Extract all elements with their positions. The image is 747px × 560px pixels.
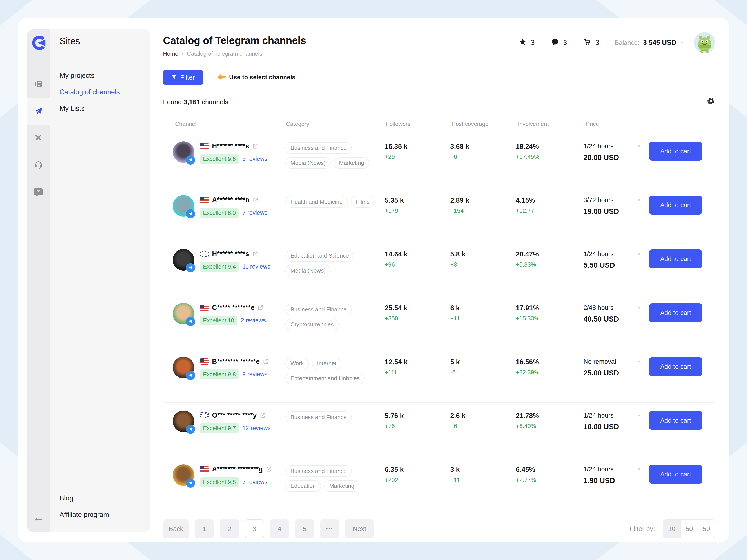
sidebar: ? ← Sites My projects Catalog of channel…: [27, 29, 151, 532]
price-term-select[interactable]: 1/24 hours: [584, 250, 614, 258]
followers-delta: +29: [385, 154, 450, 160]
external-link-icon[interactable]: [253, 251, 258, 257]
column-header-price[interactable]: Price: [586, 121, 652, 127]
table-settings-gear-icon[interactable]: [706, 97, 715, 107]
price-term-select[interactable]: 1/24 hours: [584, 412, 614, 419]
external-link-icon[interactable]: [253, 197, 258, 203]
balance-widget[interactable]: Balance: 3 545 USD ▼: [615, 39, 684, 47]
add-to-cart-button[interactable]: Add to cart: [649, 196, 702, 214]
sidebar-item-catalog-of-channels[interactable]: Catalog of channels: [59, 87, 151, 97]
followers-delta: +76: [385, 423, 450, 430]
add-to-cart-button[interactable]: Add to cart: [649, 142, 702, 161]
channel-avatar[interactable]: [173, 464, 194, 486]
channel-avatar[interactable]: [173, 357, 194, 378]
user-avatar[interactable]: [694, 32, 715, 53]
reviews-link[interactable]: 11 reviews: [242, 263, 270, 270]
app-logo-icon[interactable]: [30, 35, 46, 51]
messages-counter[interactable]: 3: [551, 38, 567, 47]
price-term-select[interactable]: 3/72 hours: [584, 197, 614, 204]
breadcrumb-home-link[interactable]: Home: [163, 50, 178, 57]
price-term-select[interactable]: 1/24 hours: [584, 466, 614, 473]
chevron-down-icon[interactable]: ▼: [637, 467, 641, 472]
rating-badge: Excellent 10: [200, 315, 237, 326]
reviews-link[interactable]: 12 reviews: [242, 425, 271, 432]
filter-hint: Use to select channels: [217, 74, 295, 81]
coverage-delta: +6: [450, 154, 516, 160]
rail-item-telegram[interactable]: [27, 98, 50, 125]
sidebar-item-blog[interactable]: Blog: [59, 493, 151, 503]
collapse-back-arrow-icon[interactable]: ←: [33, 512, 44, 523]
telegram-badge-icon: [186, 263, 195, 272]
external-link-icon[interactable]: [266, 466, 272, 472]
sidebar-item-my-lists[interactable]: My Lists: [59, 104, 151, 113]
app-card: ? ← Sites My projects Catalog of channel…: [18, 18, 729, 542]
external-link-icon[interactable]: [260, 413, 265, 418]
coverage-value: 3 k: [450, 466, 516, 474]
channel-name: A****** ****n: [212, 196, 250, 204]
followers-cell: 15.35 k +29: [385, 141, 450, 160]
pagination-back-button[interactable]: Back: [163, 519, 189, 538]
rating-badge: Excellent 9.8: [200, 477, 239, 487]
reviews-link[interactable]: 3 reviews: [242, 479, 267, 485]
add-to-cart-button[interactable]: Add to cart: [649, 303, 702, 322]
page-size-option-10-active[interactable]: 10: [663, 519, 680, 538]
column-header-channel[interactable]: Channel: [163, 121, 286, 127]
external-link-icon[interactable]: [253, 144, 258, 149]
pagination-page-5[interactable]: 5: [295, 519, 314, 538]
column-header-post-coverage[interactable]: Post coverage: [452, 121, 518, 127]
pagination-next-button[interactable]: Next: [345, 519, 374, 538]
pagination-page-4[interactable]: 4: [270, 519, 289, 538]
actions-cell: Add to cart: [649, 249, 715, 269]
price-term-select[interactable]: 2/48 hours: [584, 304, 614, 311]
add-to-cart-button[interactable]: Add to cart: [649, 250, 702, 269]
channel-avatar[interactable]: [173, 141, 194, 163]
chevron-down-icon[interactable]: ▼: [637, 305, 641, 310]
sidebar-item-my-projects[interactable]: My projects: [59, 71, 151, 80]
coverage-delta: +11: [450, 315, 516, 322]
tools-icon: [34, 133, 43, 143]
price-term-select[interactable]: No removal: [584, 358, 616, 365]
channel-avatar[interactable]: [173, 303, 194, 324]
rail-item-faq[interactable]: ?: [27, 178, 50, 205]
add-to-cart-button[interactable]: Add to cart: [649, 411, 702, 430]
reviews-link[interactable]: 9 reviews: [242, 371, 267, 378]
reviews-link[interactable]: 5 reviews: [242, 156, 267, 162]
rail-item-support[interactable]: [27, 151, 50, 178]
favorites-counter[interactable]: 3: [519, 38, 535, 47]
chevron-down-icon[interactable]: ▼: [637, 413, 641, 418]
balance-label: Balance:: [615, 39, 640, 46]
column-header-involvement[interactable]: Involvement: [518, 121, 586, 127]
channel-name: C***** *******e: [212, 304, 254, 312]
channel-avatar[interactable]: [173, 411, 194, 432]
channel-avatar[interactable]: [173, 249, 194, 271]
rail-item-tools[interactable]: [27, 125, 50, 151]
sidebar-item-affiliate-program[interactable]: Affiliate program: [59, 510, 151, 519]
chevron-down-icon[interactable]: ▼: [637, 252, 641, 256]
chevron-down-icon[interactable]: ▼: [637, 144, 641, 149]
filter-button[interactable]: Filter: [163, 70, 203, 85]
pagination-page-3-active[interactable]: 3: [245, 519, 264, 538]
reviews-link[interactable]: 2 reviews: [241, 317, 266, 324]
reviews-link[interactable]: 7 reviews: [242, 209, 267, 216]
channel-info: A******* ********g Excellent 9.8 3 revie…: [200, 464, 272, 487]
column-header-followers[interactable]: Followers: [386, 121, 452, 127]
channel-avatar[interactable]: [173, 195, 194, 217]
column-header-category[interactable]: Category: [286, 121, 386, 127]
pagination-ellipsis-button[interactable]: •••: [320, 519, 339, 538]
external-link-icon[interactable]: [263, 359, 268, 364]
add-to-cart-button[interactable]: Add to cart: [649, 465, 702, 484]
involvement-value: 18.24%: [516, 143, 584, 151]
involvement-delta: +22.39%: [516, 369, 584, 376]
telegram-badge-icon: [186, 209, 195, 219]
rail-item-projects[interactable]: [27, 71, 50, 98]
external-link-icon[interactable]: [258, 305, 263, 310]
chevron-down-icon[interactable]: ▼: [637, 198, 641, 203]
price-term-select[interactable]: 1/24 hours: [584, 143, 614, 150]
pagination-page-2[interactable]: 2: [220, 519, 239, 538]
chevron-down-icon[interactable]: ▼: [637, 359, 641, 364]
page-size-option-50[interactable]: 50: [680, 519, 698, 538]
pagination-page-1[interactable]: 1: [195, 519, 214, 538]
add-to-cart-button[interactable]: Add to cart: [649, 357, 702, 376]
page-size-option-50b[interactable]: 50: [698, 519, 715, 538]
cart-counter[interactable]: 3: [584, 38, 599, 47]
